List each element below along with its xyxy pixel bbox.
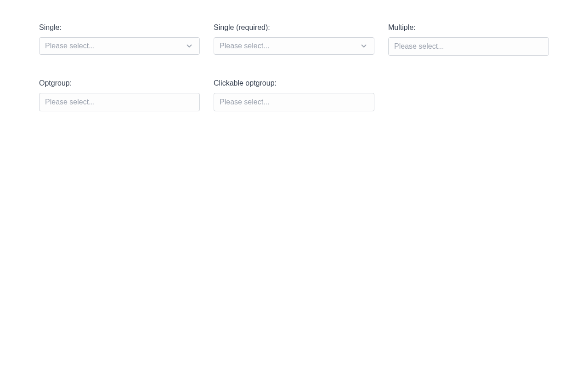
label-single: Single: bbox=[39, 23, 200, 32]
placeholder-optgroup: Please select... bbox=[45, 98, 194, 106]
chevron-down-icon bbox=[359, 41, 368, 51]
label-clickable-optgroup: Clickable optgroup: bbox=[214, 79, 374, 87]
placeholder-single: Please select... bbox=[45, 42, 185, 50]
field-single-required: Single (required): Please select... bbox=[214, 23, 374, 56]
placeholder-clickable-optgroup: Please select... bbox=[220, 98, 368, 106]
field-single: Single: Please select... bbox=[39, 23, 200, 56]
chevron-down-icon bbox=[185, 41, 194, 51]
select-single-required[interactable]: Please select... bbox=[214, 37, 374, 55]
field-optgroup: Optgroup: Please select... bbox=[39, 79, 200, 111]
select-multiple[interactable]: Please select... bbox=[388, 37, 549, 56]
select-single[interactable]: Please select... bbox=[39, 37, 200, 55]
placeholder-single-required: Please select... bbox=[220, 42, 359, 50]
select-optgroup[interactable]: Please select... bbox=[39, 93, 200, 111]
field-clickable-optgroup: Clickable optgroup: Please select... bbox=[214, 79, 374, 111]
placeholder-multiple: Please select... bbox=[394, 42, 543, 51]
label-multiple: Multiple: bbox=[388, 23, 549, 32]
label-optgroup: Optgroup: bbox=[39, 79, 200, 87]
label-single-required: Single (required): bbox=[214, 23, 374, 32]
select-clickable-optgroup[interactable]: Please select... bbox=[214, 93, 374, 111]
field-multiple: Multiple: Please select... bbox=[388, 23, 549, 56]
select-grid: Single: Please select... Single (require… bbox=[39, 23, 549, 111]
